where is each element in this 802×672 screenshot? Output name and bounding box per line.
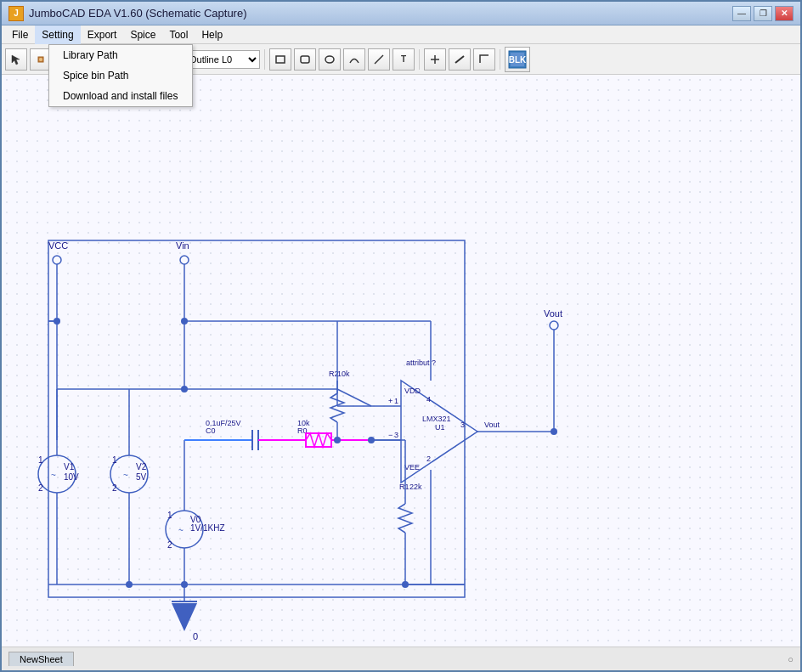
title-bar: J JumboCAD EDA V1.60 (Schematic Capture)… xyxy=(2,2,800,25)
main-window: J JumboCAD EDA V1.60 (Schematic Capture)… xyxy=(0,0,802,672)
pointer-tool-btn[interactable] xyxy=(5,48,27,71)
menu-help[interactable]: Help xyxy=(195,25,229,44)
svg-text:BLK: BLK xyxy=(509,55,527,65)
menu-spice[interactable]: Spice xyxy=(123,25,162,44)
rounded-rect-tool-btn[interactable] xyxy=(294,48,316,71)
schematic-canvas-area[interactable]: VCC Vin ~ 1 2 V1 10V ~ 1 xyxy=(2,75,800,647)
svg-text:~: ~ xyxy=(123,471,128,480)
spice-bin-path-item[interactable]: Spice bin Path xyxy=(49,65,192,86)
svg-text:10V: 10V xyxy=(64,472,79,482)
svg-point-1 xyxy=(39,58,42,61)
svg-text:R1: R1 xyxy=(399,483,409,491)
text-tool-btn[interactable]: T xyxy=(393,48,415,71)
svg-text:22k: 22k xyxy=(409,483,422,491)
window-controls: — ❐ ✕ xyxy=(732,6,794,21)
menu-tool[interactable]: Tool xyxy=(162,25,195,44)
svg-text:2: 2 xyxy=(112,483,117,493)
menu-file[interactable]: File xyxy=(5,25,35,44)
download-install-item[interactable]: Download and install files xyxy=(49,86,192,106)
block-tool-btn[interactable]: BLK xyxy=(505,47,530,72)
svg-line-8 xyxy=(455,56,464,63)
rectangle-tool-btn[interactable] xyxy=(269,48,291,71)
setting-dropdown: Library Path Spice bin Path Download and… xyxy=(48,44,193,107)
sheet-tab[interactable]: NewSheet xyxy=(8,652,74,666)
toolbar-sep-3 xyxy=(264,49,265,70)
svg-text:1: 1 xyxy=(112,455,117,465)
svg-text:1: 1 xyxy=(394,397,398,405)
svg-text:0: 0 xyxy=(193,631,198,641)
menu-export[interactable]: Export xyxy=(81,25,124,44)
menu-bar: File Setting Export Spice Tool Help Libr… xyxy=(2,25,800,44)
arc-tool-btn[interactable] xyxy=(343,48,365,71)
svg-text:~: ~ xyxy=(178,526,184,535)
window-title: JumboCAD EDA V1.60 (Schematic Capture) xyxy=(29,7,247,20)
title-bar-left: J JumboCAD EDA V1.60 (Schematic Capture) xyxy=(8,6,247,21)
svg-rect-13 xyxy=(2,75,800,647)
svg-text:5V: 5V xyxy=(136,472,147,482)
minimize-button[interactable]: — xyxy=(732,6,751,21)
svg-text:VDD: VDD xyxy=(404,387,421,395)
svg-rect-3 xyxy=(301,56,309,63)
svg-text:Vin: Vin xyxy=(176,240,189,251)
svg-text:1: 1 xyxy=(38,455,43,465)
svg-text:VCC: VCC xyxy=(48,240,68,251)
svg-text:U1: U1 xyxy=(435,423,445,432)
app-icon: J xyxy=(8,6,24,21)
svg-rect-2 xyxy=(276,56,285,63)
svg-text:Vout: Vout xyxy=(544,308,562,319)
svg-text:V1: V1 xyxy=(64,462,75,472)
net-tool-btn[interactable] xyxy=(424,48,446,71)
svg-text:10k: 10k xyxy=(337,370,350,378)
svg-text:10k: 10k xyxy=(297,419,310,427)
svg-text:VEE: VEE xyxy=(404,463,420,472)
svg-point-79 xyxy=(334,437,341,443)
svg-line-5 xyxy=(375,55,383,64)
svg-text:2: 2 xyxy=(38,483,43,493)
svg-text:V2: V2 xyxy=(136,462,147,472)
svg-text:+: + xyxy=(388,397,393,405)
svg-text:0.1uF/25V: 0.1uF/25V xyxy=(206,419,241,427)
close-button[interactable]: ✕ xyxy=(775,6,794,21)
svg-point-4 xyxy=(325,56,334,63)
svg-text:~: ~ xyxy=(51,471,56,480)
svg-point-78 xyxy=(181,318,188,325)
svg-text:LMX321: LMX321 xyxy=(422,415,451,423)
svg-text:C0: C0 xyxy=(206,426,216,435)
svg-point-51 xyxy=(126,581,133,588)
line-tool-btn[interactable] xyxy=(368,48,390,71)
svg-text:4: 4 xyxy=(426,395,431,404)
library-path-item[interactable]: Library Path xyxy=(49,45,192,65)
svg-text:2: 2 xyxy=(167,540,172,550)
ellipse-tool-btn[interactable] xyxy=(319,48,341,71)
schematic-svg: VCC Vin ~ 1 2 V1 10V ~ 1 xyxy=(2,75,800,647)
svg-text:Vout: Vout xyxy=(484,421,500,429)
outline-select[interactable]: Outline L0 Outline L1 xyxy=(184,50,260,69)
toolbar-sep-5 xyxy=(500,49,500,70)
restore-button[interactable]: ❐ xyxy=(754,6,772,21)
svg-text:−: − xyxy=(388,431,393,439)
svg-text:3: 3 xyxy=(394,431,398,439)
bus-tool-btn[interactable] xyxy=(449,48,471,71)
svg-text:3: 3 xyxy=(460,421,465,429)
status-circle: ○ xyxy=(788,654,794,664)
svg-text:1V/1KHZ: 1V/1KHZ xyxy=(190,523,225,533)
status-bar: NewSheet ○ xyxy=(2,647,800,670)
menu-setting[interactable]: Setting xyxy=(35,25,80,44)
svg-text:attribut ?: attribut ? xyxy=(406,359,436,367)
svg-text:1: 1 xyxy=(167,511,172,520)
corner-tool-btn[interactable] xyxy=(473,48,495,71)
svg-text:2: 2 xyxy=(426,455,431,463)
toolbar-sep-4 xyxy=(419,49,420,70)
